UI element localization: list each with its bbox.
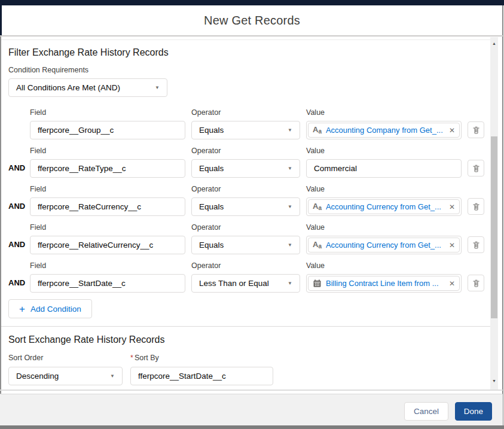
operator-select[interactable]: Equals ▼ xyxy=(191,197,300,216)
operator-select[interactable]: Equals ▼ xyxy=(191,121,300,139)
modal-right-border xyxy=(502,5,503,429)
operator-column-label: Operator xyxy=(191,108,221,117)
text-type-icon: Aa xyxy=(313,126,322,135)
header-divider xyxy=(0,35,504,36)
value-column-label: Value xyxy=(306,185,325,193)
condition-row: Field Operator Value fferpcore__Group__c… xyxy=(0,108,490,139)
value-column-label: Value xyxy=(306,147,325,155)
field-column-label: Field xyxy=(30,261,46,270)
trash-icon xyxy=(472,241,481,250)
close-icon[interactable]: ✕ xyxy=(449,127,455,134)
scroll-down-arrow-icon[interactable]: ▼ xyxy=(490,376,498,385)
required-asterisk: * xyxy=(130,354,133,362)
text-type-icon: Aa xyxy=(313,202,322,211)
field-input[interactable]: fferpcore__StartDate__c xyxy=(30,274,185,293)
value-input[interactable]: Billing Contract Line Item from ... ✕ xyxy=(306,274,462,293)
field-input[interactable]: fferpcore__RateCurrency__c xyxy=(30,197,185,216)
add-condition-button[interactable]: + Add Condition xyxy=(8,299,92,318)
filter-section-heading: Filter Exchange Rate History Records xyxy=(8,47,169,58)
window-top-edge xyxy=(0,0,504,5)
done-button[interactable]: Done xyxy=(455,402,492,421)
value-column-label: Value xyxy=(306,108,325,117)
and-join-label: AND xyxy=(8,163,25,172)
new-get-records-modal: New Get Records Filter Exchange Rate His… xyxy=(0,0,504,429)
and-join-label: AND xyxy=(8,240,25,249)
value-input[interactable]: Aa Accounting Currency from Get_... ✕ xyxy=(306,236,462,254)
field-input[interactable]: fferpcore__RelativeCurrency__c xyxy=(30,236,185,254)
value-input[interactable]: Aa Accounting Company from Get_... ✕ xyxy=(306,121,462,139)
close-icon[interactable]: ✕ xyxy=(449,280,455,287)
condition-row: AND Field Operator Value fferpcore__Rate… xyxy=(0,185,490,216)
modal-header: New Get Records xyxy=(2,5,502,35)
resource-pill[interactable]: Aa Accounting Currency from Get_... ✕ xyxy=(308,238,460,252)
window-bottom-edge xyxy=(0,425,504,429)
close-icon[interactable]: ✕ xyxy=(449,203,455,211)
chevron-down-icon: ▼ xyxy=(288,281,292,286)
field-column-label: Field xyxy=(30,147,46,155)
chevron-down-icon: ▼ xyxy=(288,166,292,171)
cancel-button[interactable]: Cancel xyxy=(404,402,448,421)
delete-condition-button[interactable] xyxy=(468,236,484,253)
chevron-down-icon: ▼ xyxy=(155,85,160,90)
chevron-down-icon: ▼ xyxy=(288,127,292,133)
trash-icon xyxy=(472,279,481,288)
sort-by-input[interactable]: fferpcore__StartDate__c xyxy=(130,367,273,385)
chevron-down-icon: ▼ xyxy=(288,204,292,209)
condition-row: AND Field Operator Value fferpcore__Rela… xyxy=(0,223,490,254)
resource-pill[interactable]: Aa Accounting Company from Get_... ✕ xyxy=(308,123,460,138)
sort-by-label: *Sort By xyxy=(130,354,159,362)
operator-select[interactable]: Equals ▼ xyxy=(191,236,300,254)
trash-icon xyxy=(472,164,481,173)
resource-pill-label: Billing Contract Line Item from ... xyxy=(326,279,445,288)
field-column-label: Field xyxy=(30,223,46,232)
plus-icon: + xyxy=(19,304,25,314)
value-column-label: Value xyxy=(306,261,325,270)
sort-order-select[interactable]: Descending ▼ xyxy=(8,367,123,385)
resource-pill[interactable]: Aa Accounting Currency from Get_... ✕ xyxy=(308,199,460,214)
operator-column-label: Operator xyxy=(191,223,221,232)
field-column-label: Field xyxy=(30,108,46,117)
chevron-down-icon: ▼ xyxy=(288,242,292,248)
operator-column-label: Operator xyxy=(191,185,221,193)
operator-select[interactable]: Equals ▼ xyxy=(191,159,300,178)
modal-title: New Get Records xyxy=(204,14,300,28)
content-bottom-hairline xyxy=(0,390,503,391)
scrollbar-thumb[interactable] xyxy=(491,136,497,318)
condition-requirements-label: Condition Requirements xyxy=(8,66,88,74)
condition-row: AND Field Operator Value fferpcore__Star… xyxy=(0,261,490,293)
value-input[interactable]: Commercial xyxy=(306,159,462,178)
resource-pill-label: Accounting Currency from Get_... xyxy=(326,202,445,211)
sort-order-label: Sort Order xyxy=(8,354,43,362)
operator-column-label: Operator xyxy=(191,147,221,155)
and-join-label: AND xyxy=(8,202,25,211)
delete-condition-button[interactable] xyxy=(468,160,484,177)
value-input[interactable]: Aa Accounting Currency from Get_... ✕ xyxy=(306,197,462,216)
condition-requirements-value: All Conditions Are Met (AND) xyxy=(16,83,120,92)
chevron-down-icon: ▼ xyxy=(110,373,115,379)
field-input[interactable]: fferpcore__RateType__c xyxy=(30,159,185,178)
text-type-icon: Aa xyxy=(313,241,322,250)
resource-pill-label: Accounting Currency from Get_... xyxy=(326,241,445,250)
scroll-up-arrow-icon[interactable]: ▲ xyxy=(490,39,498,47)
vertical-scrollbar[interactable]: ▲ ▼ xyxy=(490,37,498,390)
delete-condition-button[interactable] xyxy=(468,275,484,291)
operator-column-label: Operator xyxy=(191,261,221,270)
sort-order-value: Descending xyxy=(16,372,59,381)
condition-requirements-select[interactable]: All Conditions Are Met (AND) ▼ xyxy=(8,78,167,97)
and-join-label: AND xyxy=(8,278,25,287)
field-column-label: Field xyxy=(30,185,46,193)
section-divider xyxy=(1,326,490,327)
operator-select[interactable]: Less Than or Equal ▼ xyxy=(191,274,300,293)
value-column-label: Value xyxy=(306,223,325,232)
resource-pill-label: Accounting Company from Get_... xyxy=(326,126,445,135)
calendar-icon xyxy=(313,279,322,288)
close-icon[interactable]: ✕ xyxy=(449,242,455,249)
delete-condition-button[interactable] xyxy=(468,121,484,138)
modal-footer: Cancel Done xyxy=(0,394,503,425)
resource-pill[interactable]: Billing Contract Line Item from ... ✕ xyxy=(308,276,460,291)
condition-row: AND Field Operator Value fferpcore__Rate… xyxy=(0,147,490,178)
delete-condition-button[interactable] xyxy=(468,198,484,215)
trash-icon xyxy=(472,126,481,135)
field-input[interactable]: fferpcore__Group__c xyxy=(30,121,185,139)
content-top-hairline xyxy=(1,39,490,40)
